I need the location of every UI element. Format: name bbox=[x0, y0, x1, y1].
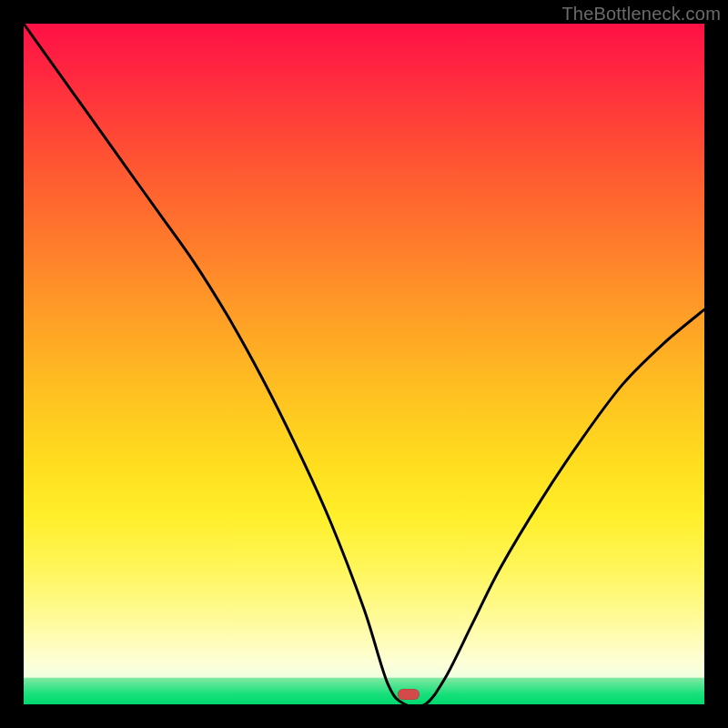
bottleneck-curve bbox=[24, 24, 704, 704]
plot-frame bbox=[24, 24, 704, 704]
curve-path bbox=[24, 24, 704, 707]
watermark-text: TheBottleneck.com bbox=[561, 4, 721, 25]
minimum-marker bbox=[398, 689, 420, 700]
